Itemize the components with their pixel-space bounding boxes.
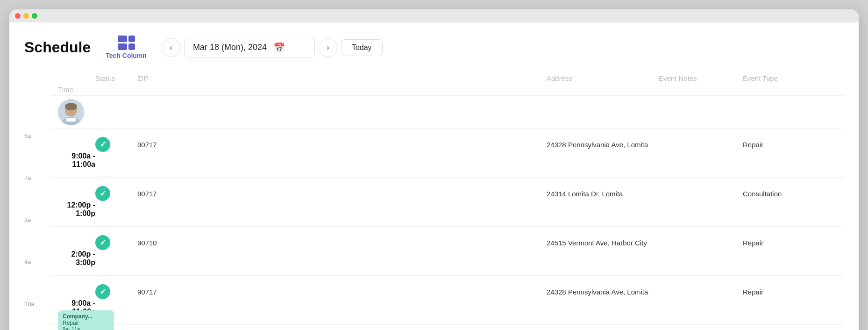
address-cell: 24314 Lomita Dr, Lomita xyxy=(547,190,659,198)
stack-card-1 xyxy=(118,36,127,42)
tech-column-button[interactable]: Tech Column xyxy=(106,36,147,59)
time-spacer xyxy=(24,72,50,129)
table-row[interactable]: ✓ 90717 24314 Lomita Dr, Lomita Consulta… xyxy=(50,178,844,227)
event-block-company: Company... xyxy=(63,313,109,320)
col-header-status: Status xyxy=(95,74,137,82)
status-cell: ✓ xyxy=(95,235,137,250)
today-button[interactable]: Today xyxy=(341,39,383,56)
checkmark-icon: ✓ xyxy=(100,188,107,199)
calendar-rows: Company... Repair 9a- 11a xyxy=(24,308,844,330)
header: Schedule Tech Column ‹ Mar 1 xyxy=(24,36,844,59)
col-header-event-type: Event Type xyxy=(743,74,836,82)
maximize-dot[interactable] xyxy=(32,13,37,19)
event-type-cell: Consultation xyxy=(743,190,836,198)
stack-card-3 xyxy=(118,43,127,50)
tech-column-icon xyxy=(118,36,135,50)
event-block[interactable]: Company... Repair 9a- 11a xyxy=(58,310,114,330)
status-cell: ✓ xyxy=(95,137,137,152)
status-icon: ✓ xyxy=(95,137,110,152)
calendar-content: Company... Repair 9a- 11a xyxy=(50,308,844,330)
date-navigation: ‹ Mar 18 (Mon), 2024 📅 › Today xyxy=(162,38,383,57)
time-label-9a xyxy=(24,308,50,330)
prev-date-button[interactable]: ‹ xyxy=(162,38,180,57)
tech-column-label: Tech Column xyxy=(106,52,147,59)
address-cell: 24328 Pennsylvania Ave, Lomita xyxy=(547,141,659,149)
next-date-button[interactable]: › xyxy=(319,38,337,57)
page-title: Schedule xyxy=(24,39,91,56)
table-header: Status ZIP Address Event Notes Event Typ… xyxy=(50,72,844,96)
time-slot-6a: 6a xyxy=(24,129,50,171)
time-slot-9a: 9a xyxy=(24,255,50,297)
zip-cell: 90717 xyxy=(137,288,547,296)
svg-rect-4 xyxy=(66,118,76,122)
app-window: Schedule Tech Column ‹ Mar 1 xyxy=(9,9,859,330)
zip-cell: 90717 xyxy=(137,190,547,198)
window-chrome xyxy=(9,9,859,22)
table-row[interactable]: ✓ 90717 24328 Pennsylvania Ave, Lomita R… xyxy=(50,129,844,178)
status-cell: ✓ xyxy=(95,186,137,201)
zip-cell: 90717 xyxy=(137,141,547,149)
col-header-address: Address xyxy=(547,74,659,82)
event-block-time: 9a- 11a xyxy=(63,326,109,330)
status-icon: ✓ xyxy=(95,284,110,299)
svg-point-3 xyxy=(65,103,77,110)
stack-card-4 xyxy=(128,43,135,50)
checkmark-icon: ✓ xyxy=(100,139,107,150)
status-icon: ✓ xyxy=(95,186,110,201)
address-cell: 24328 Pennsylvania Ave, Lomita xyxy=(547,288,659,296)
main-content: Schedule Tech Column ‹ Mar 1 xyxy=(9,22,859,330)
address-cell: 24515 Vermont Ave, Harbor City xyxy=(547,239,659,247)
zip-cell: 90710 xyxy=(137,239,547,247)
avatar-svg xyxy=(58,99,84,125)
checkmark-icon: ✓ xyxy=(100,287,107,297)
checkmark-icon: ✓ xyxy=(100,237,107,248)
time-cell: 9:00a - 11:00a xyxy=(58,152,95,169)
status-icon: ✓ xyxy=(95,235,110,250)
col-header-time: Time xyxy=(58,86,95,93)
col-header-zip: ZIP xyxy=(137,74,547,82)
event-type-cell: Repair xyxy=(743,141,836,149)
time-column: 6a 7a 8a 9a 10a xyxy=(24,72,50,330)
status-cell: ✓ xyxy=(95,284,137,299)
date-text: Mar 18 (Mon), 2024 xyxy=(193,43,267,52)
time-slot-8a: 8a xyxy=(24,213,50,255)
table-row[interactable]: ✓ 90710 24515 Vermont Ave, Harbor City R… xyxy=(50,227,844,276)
time-cell: 2:00p - 3:00p xyxy=(58,250,95,267)
schedule-area: 6a 7a 8a 9a 10a Status ZIP Address Event… xyxy=(24,72,844,330)
calendar-icon[interactable]: 📅 xyxy=(273,42,285,53)
event-type-cell: Repair xyxy=(743,288,836,296)
avatar-row xyxy=(50,96,844,129)
avatar xyxy=(58,99,84,125)
schedule-right: Status ZIP Address Event Notes Event Typ… xyxy=(50,72,844,330)
col-header-notes: Event Notes xyxy=(659,74,743,82)
event-block-type: Repair xyxy=(63,320,109,326)
stack-card-2 xyxy=(128,36,135,42)
event-type-cell: Repair xyxy=(743,239,836,247)
time-cell: 12:00p - 1:00p xyxy=(58,201,95,218)
close-dot[interactable] xyxy=(15,13,21,19)
time-offset xyxy=(24,308,50,330)
date-display: Mar 18 (Mon), 2024 📅 xyxy=(184,38,315,57)
minimize-dot[interactable] xyxy=(23,13,29,19)
time-slot-7a: 7a xyxy=(24,171,50,213)
